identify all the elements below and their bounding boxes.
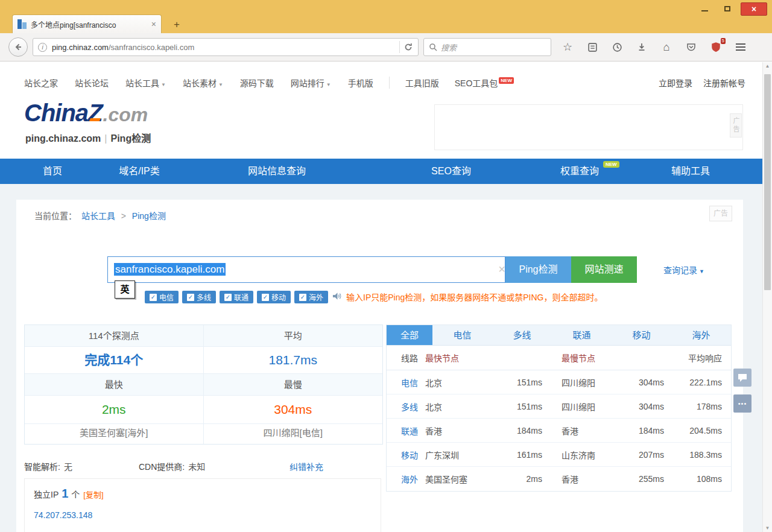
- tab-all[interactable]: 全部: [387, 325, 432, 345]
- maximize-icon: [724, 6, 730, 11]
- ublock-icon[interactable]: 5: [709, 40, 723, 54]
- browser-tab[interactable]: 多个地点ping[sanfrancisco ×: [12, 14, 162, 33]
- line-multi-checkbox[interactable]: ✓多线: [182, 291, 216, 303]
- topnav-home-link[interactable]: 站长之家: [24, 77, 58, 89]
- query-history-link[interactable]: 查询记录▼: [663, 264, 704, 276]
- header-avg-response: 平均响应: [664, 352, 731, 364]
- tab-overseas[interactable]: 海外: [671, 325, 731, 345]
- login-link[interactable]: 立即登录: [659, 77, 692, 89]
- page-content: 站长之家 站长论坛 站长工具▼ 站长素材▼ 源码下载 网站排行▼ 手机版 工具旧…: [0, 62, 772, 532]
- back-button[interactable]: [8, 37, 28, 57]
- ping-input[interactable]: sanfrancisco.kapeli.com: [107, 256, 505, 283]
- seo-pack-link[interactable]: SEO工具包NEW: [455, 77, 514, 89]
- nav-aux-tools[interactable]: 辅助工具: [671, 159, 710, 184]
- nav-weight[interactable]: 权重查询: [560, 159, 599, 184]
- downloads-icon[interactable]: [635, 40, 648, 54]
- url-divider: [399, 41, 400, 53]
- ping-check-button[interactable]: Ping检测: [505, 256, 571, 283]
- line-overseas-checkbox[interactable]: ✓海外: [294, 291, 328, 303]
- home-icon[interactable]: ⌂: [660, 40, 673, 54]
- ip-address-link[interactable]: 74.207.253.148: [34, 510, 92, 520]
- close-button[interactable]: ×: [741, 2, 767, 16]
- new-tab-button[interactable]: +: [170, 18, 183, 31]
- nav-home[interactable]: 首页: [43, 159, 62, 184]
- topnav-tools-link[interactable]: 站长工具▼: [125, 77, 166, 89]
- fast-ms: 151ms: [504, 378, 542, 387]
- avg-ms: 204.5ms: [664, 426, 731, 435]
- slow-node: 香港: [542, 425, 628, 437]
- nav-domain-ip[interactable]: 域名/IP类: [119, 159, 160, 184]
- bookmarks-menu-icon[interactable]: [586, 40, 599, 54]
- logo-z: Z: [88, 100, 103, 126]
- scroll-up-icon[interactable]: ▲: [763, 63, 772, 69]
- logo-china: China: [24, 100, 88, 126]
- scrollbar-thumb[interactable]: [764, 74, 771, 290]
- menu-icon[interactable]: [734, 40, 747, 54]
- register-link[interactable]: 注册新帐号: [703, 77, 745, 89]
- logo-com: .com: [103, 104, 148, 125]
- topnav-source-link[interactable]: 源码下载: [240, 77, 274, 89]
- vertical-scrollbar[interactable]: ▲ ▼: [762, 62, 772, 532]
- topnav-material-link[interactable]: 站长素材▼: [183, 77, 223, 89]
- line-telecom-checkbox[interactable]: ✓电信: [145, 291, 179, 303]
- feedback-chat-button[interactable]: [733, 369, 751, 387]
- breadcrumb-tools-link[interactable]: 站长工具: [81, 211, 115, 221]
- slow-node: 四川绵阳: [542, 376, 628, 388]
- titlebar: 多个地点ping[sanfrancisco × + ×: [0, 0, 772, 33]
- url-bar[interactable]: i ping.chinaz.com/sanfrancisco.kapeli.co…: [33, 38, 419, 56]
- more-options-button[interactable]: •••: [733, 394, 751, 413]
- line-name[interactable]: 联通: [387, 425, 425, 437]
- line-mobile-checkbox[interactable]: ✓移动: [257, 291, 291, 303]
- breadcrumb-page-link[interactable]: Ping检测: [132, 211, 166, 221]
- hamburger-bars: [736, 43, 745, 51]
- topnav-material-label: 站长素材: [183, 78, 217, 88]
- site-info-icon[interactable]: i: [38, 43, 47, 52]
- line-name[interactable]: 海外: [387, 473, 425, 485]
- avg-ms: 178ms: [664, 402, 731, 411]
- topnav-ranking-link[interactable]: 网站排行▼: [291, 77, 331, 89]
- topnav-bbs-link[interactable]: 站长论坛: [75, 77, 109, 89]
- search-bar[interactable]: 搜索: [423, 38, 551, 56]
- line-multi-label: 多线: [197, 292, 211, 302]
- nav-site-info[interactable]: 网站信息查询: [248, 159, 306, 184]
- maximize-button[interactable]: [718, 2, 737, 14]
- fastest-header: 最快: [25, 374, 204, 395]
- ip-copy-link[interactable]: [复制]: [83, 490, 103, 499]
- results-header-row: 线路 最快节点 最慢节点 平均响应: [387, 346, 731, 370]
- correction-link[interactable]: 纠错补充: [290, 460, 323, 472]
- topnav-mobile-link[interactable]: 手机版: [348, 77, 373, 89]
- line-unicom-checkbox[interactable]: ✓联通: [220, 291, 253, 303]
- chevron-down-icon: ▼: [161, 82, 166, 87]
- nav-seo[interactable]: SEO查询: [431, 159, 471, 184]
- scroll-down-icon[interactable]: ▼: [763, 525, 772, 531]
- tab-mobile[interactable]: 移动: [612, 325, 671, 345]
- bookmark-star-icon[interactable]: ☆: [561, 40, 574, 54]
- chevron-down-icon: ▼: [699, 268, 704, 274]
- chinaz-logo[interactable]: ChinaZ.com: [24, 100, 148, 127]
- ime-indicator[interactable]: 英: [115, 280, 135, 299]
- line-name[interactable]: 移动: [387, 449, 425, 461]
- line-name[interactable]: 多线: [387, 401, 425, 413]
- url-domain: ping.chinaz.com: [52, 43, 109, 52]
- minimize-button[interactable]: [695, 2, 714, 14]
- checkbox-checked-icon: ✓: [224, 294, 232, 301]
- tab-unicom[interactable]: 联通: [552, 325, 612, 345]
- chevron-down-icon: ▼: [326, 82, 331, 87]
- tab-close-icon[interactable]: ×: [151, 19, 156, 29]
- speed-test-button[interactable]: 网站测速: [571, 256, 637, 283]
- cdn-info: CDN提供商:未知: [139, 460, 205, 472]
- result-row-unicom: 联通 香港 184ms 香港 184ms 204.5ms: [387, 419, 731, 443]
- line-name[interactable]: 电信: [387, 376, 425, 388]
- fast-ms: 184ms: [504, 426, 542, 435]
- reload-icon[interactable]: [403, 42, 413, 52]
- avg-ms: 188.3ms: [664, 450, 731, 460]
- tab-telecom[interactable]: 电信: [432, 325, 492, 345]
- url-text[interactable]: ping.chinaz.com/sanfrancisco.kapeli.com: [52, 43, 396, 52]
- history-icon[interactable]: [610, 40, 624, 54]
- old-tools-link[interactable]: 工具旧版: [405, 77, 439, 89]
- nav-new-badge: NEW: [603, 161, 619, 168]
- pocket-icon[interactable]: [685, 40, 698, 54]
- tab-multi[interactable]: 多线: [492, 325, 552, 345]
- breadcrumb-separator: >: [121, 211, 126, 221]
- new-badge: NEW: [499, 77, 514, 84]
